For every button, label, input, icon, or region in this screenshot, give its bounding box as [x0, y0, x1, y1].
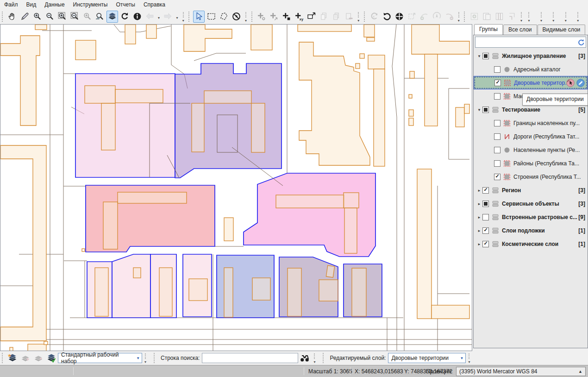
toolbar-overflow[interactable]	[181, 11, 187, 23]
expander-icon[interactable]: ▸	[476, 242, 482, 246]
expander-icon[interactable]: ▾	[476, 107, 482, 112]
select-rect-tool[interactable]	[206, 11, 217, 23]
clear-selection-button[interactable]	[231, 11, 242, 23]
layer-checkbox[interactable]	[494, 93, 500, 100]
zoom-in-tool[interactable]	[31, 11, 43, 23]
layer-checkbox[interactable]	[482, 241, 489, 247]
add-vertex-button[interactable]	[419, 11, 430, 23]
collapsed-toolbar-stub[interactable]	[539, 11, 544, 23]
layer-row[interactable]: Дворовые территор...	[474, 76, 588, 89]
layer-checkbox[interactable]	[494, 133, 500, 140]
toolbar-overflow[interactable]	[457, 11, 462, 23]
rotate-x-button[interactable]: x	[369, 11, 380, 23]
menu-item[interactable]: Отчеты	[112, 0, 139, 9]
tab-Видимые слои[interactable]: Видимые слои	[538, 25, 586, 35]
layer-row[interactable]: ▸Слои подложки[1]	[474, 224, 588, 237]
zoom-in-rect-tool[interactable]	[56, 11, 68, 23]
layer-checkbox[interactable]	[494, 147, 500, 153]
layer-checkbox[interactable]	[494, 160, 500, 167]
nav-forward-button-dropdown[interactable]: ▾	[174, 11, 180, 23]
square-corner-button[interactable]	[506, 11, 518, 23]
move-feature-button[interactable]	[394, 11, 405, 23]
collapsed-toolbar-stub[interactable]	[526, 11, 532, 23]
copy-feature-button[interactable]	[318, 11, 330, 23]
edit-badge-icon[interactable]	[576, 79, 585, 87]
workset-open-button[interactable]	[19, 352, 31, 364]
select-polygon-tool[interactable]	[218, 11, 230, 23]
refresh-map-button[interactable]	[119, 11, 131, 23]
menu-item[interactable]: Вид	[22, 0, 41, 9]
toolbar-overflow[interactable]	[244, 11, 249, 23]
expander-icon[interactable]: ▸	[476, 228, 482, 233]
nav-back-button[interactable]	[144, 11, 156, 23]
layer-checkbox[interactable]	[482, 201, 489, 207]
collapsed-toolbar-stub[interactable]	[551, 11, 557, 23]
chevron-down-icon[interactable]: ▼	[458, 353, 465, 363]
layer-checkbox[interactable]	[494, 66, 500, 73]
layer-checkbox[interactable]	[494, 80, 501, 86]
layer-row[interactable]: Границы населенных пу...	[474, 116, 588, 130]
workset-favorite-button[interactable]: ★	[6, 352, 19, 364]
zoom-previous-tool[interactable]	[81, 11, 93, 23]
layer-row[interactable]: ▸Косметические слои[1]	[474, 237, 588, 251]
nav-forward-button[interactable]	[162, 11, 174, 23]
layer-checkbox[interactable]	[482, 214, 489, 220]
square-add-button[interactable]	[469, 11, 480, 23]
tab-Группы[interactable]: Группы	[474, 24, 503, 35]
zoom-out-tool[interactable]	[44, 11, 56, 23]
refresh-layers-icon[interactable]	[575, 37, 586, 47]
zoom-selection-tool[interactable]	[94, 11, 106, 23]
layer-checkbox[interactable]	[482, 227, 489, 234]
add-feature-button[interactable]	[256, 11, 267, 23]
nav-back-button-dropdown[interactable]: ▾	[156, 11, 162, 23]
reshape-button[interactable]	[406, 11, 418, 23]
menu-item[interactable]: Справка	[139, 0, 169, 9]
expander-icon[interactable]: ▾	[476, 54, 482, 58]
layer-row[interactable]: Строения (Республика Т...	[474, 170, 588, 183]
rotate-button[interactable]	[381, 11, 393, 23]
layer-row[interactable]: Населенные пункты (Ре...	[474, 143, 588, 157]
layer-row[interactable]: Районы (Республика Та...	[474, 157, 588, 170]
projection-combo[interactable]: (3395) World Mercator WGS 84▲	[456, 367, 586, 376]
layer-row[interactable]: Адресный каталог	[474, 63, 588, 76]
workset-apply-button[interactable]	[45, 352, 57, 364]
edit-layer-combo[interactable]: Дворовые территории▼	[388, 353, 466, 363]
edit-geometry-button[interactable]	[306, 11, 317, 23]
layer-row[interactable]: ▸Регион[3]	[474, 183, 588, 197]
menu-item[interactable]: Данные	[40, 0, 69, 9]
workspace-combo[interactable]: Стандартный рабочий набор▼	[58, 353, 142, 363]
menu-item[interactable]: Файл	[0, 0, 22, 9]
expander-icon[interactable]: ▸	[476, 215, 482, 220]
selection-badge-icon[interactable]	[566, 79, 575, 87]
toolbar-overflow[interactable]	[356, 11, 362, 23]
menu-item[interactable]: Инструменты	[69, 0, 112, 9]
layer-row[interactable]: ▸Сервисные объекты[3]	[474, 197, 588, 210]
add-feature-rect-button[interactable]	[281, 11, 292, 23]
layer-checkbox[interactable]	[494, 174, 500, 180]
layer-checkbox[interactable]	[494, 120, 500, 126]
square-panes-button[interactable]	[481, 11, 493, 23]
paste-feature-button[interactable]	[331, 11, 342, 23]
expander-icon[interactable]: ▸	[476, 188, 482, 193]
layer-row[interactable]: ▸Встроенные растровые с...[9]	[474, 210, 588, 224]
toolbar-overflow[interactable]	[519, 11, 525, 23]
layers-visibility-tool[interactable]	[106, 11, 118, 23]
collapsed-toolbar-stub[interactable]	[563, 11, 569, 23]
pan-tool[interactable]	[6, 11, 18, 23]
map-canvas[interactable]	[0, 24, 472, 351]
layer-checkbox[interactable]	[482, 107, 489, 113]
remove-vertex-button[interactable]	[444, 11, 455, 23]
search-go-button[interactable]	[299, 352, 311, 364]
add-feature-xy-button[interactable]: xy	[293, 11, 305, 23]
collapsed-toolbar-stub[interactable]	[575, 11, 581, 23]
zoom-out-rect-tool[interactable]	[69, 11, 81, 23]
info-tool[interactable]	[131, 11, 143, 23]
delete-feature-button[interactable]	[343, 11, 355, 23]
expander-icon[interactable]: ▸	[476, 201, 482, 206]
layer-checkbox[interactable]	[482, 187, 489, 194]
select-tool[interactable]	[193, 11, 205, 23]
square-columns-button[interactable]	[494, 11, 505, 23]
measure-tool[interactable]	[19, 11, 31, 23]
tab-Все слои[interactable]: Все слои	[503, 25, 537, 35]
layer-checkbox[interactable]	[482, 53, 489, 59]
